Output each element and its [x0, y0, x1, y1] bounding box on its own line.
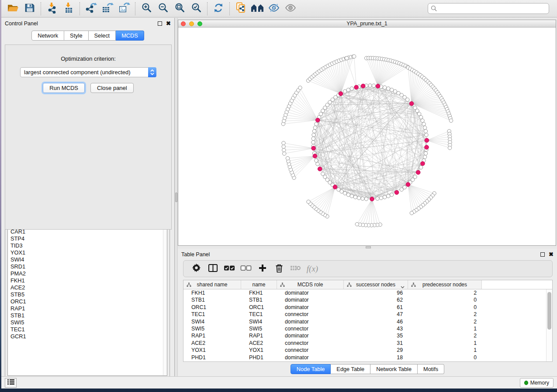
close-panel-icon[interactable]: ✖ [549, 252, 554, 257]
cell-predecessor_nodes: 1 [408, 347, 482, 354]
zoom-in-button[interactable] [138, 2, 155, 16]
tab-network-table[interactable]: Network Table [370, 364, 418, 374]
mcds-result-item[interactable]: TEC1 [10, 326, 167, 333]
import-network-button[interactable] [44, 2, 60, 16]
hierarchy-icon [411, 282, 416, 289]
cell-shared_name: ORC1 [183, 304, 241, 311]
mcds-result-item[interactable]: STP4 [10, 235, 167, 242]
network-canvas[interactable] [178, 28, 556, 245]
delete-column-button[interactable] [271, 262, 287, 275]
split-view-button[interactable] [204, 262, 221, 275]
table-row[interactable]: SWI4SWI4dominator462 [183, 318, 552, 325]
cell-predecessor_nodes: 2 [408, 289, 482, 296]
mcds-result-item[interactable]: SRD1 [10, 263, 167, 270]
search-input[interactable] [428, 3, 549, 14]
node-table: shared namenameMCDS rolesuccessor nodesp… [183, 280, 553, 362]
select-all-button[interactable] [221, 262, 238, 275]
tab-network[interactable]: Network [31, 31, 64, 41]
table-row[interactable]: ACE2ACE2connector311 [183, 340, 552, 347]
zoom-selected-button[interactable] [188, 2, 204, 16]
float-panel-icon[interactable] [540, 252, 545, 257]
export-table-button[interactable] [99, 2, 116, 16]
show-panels-button[interactable] [5, 378, 17, 388]
tab-edge-table[interactable]: Edge Table [331, 364, 370, 374]
network-window-titlebar[interactable]: YPA_prune.txt_1 [178, 20, 556, 28]
run-mcds-button[interactable]: Run MCDS [43, 83, 85, 93]
zoom-out-button[interactable] [155, 2, 171, 16]
tab-motifs[interactable]: Motifs [418, 364, 444, 374]
close-panel-icon[interactable]: ✖ [166, 21, 171, 26]
open-session-button[interactable] [5, 2, 21, 16]
optimization-criterion-select[interactable]: largest connected component (undirected) [20, 67, 156, 77]
list-scrollbar[interactable] [163, 220, 167, 375]
mcds-result-item[interactable]: SWI5 [10, 319, 167, 326]
table-row[interactable]: YOX1YOX1connector291 [183, 347, 552, 354]
mcds-result-item[interactable]: PMA2 [10, 270, 167, 277]
hierarchy-icon [187, 282, 191, 289]
table-row[interactable]: SWI5SWI5connector431 [183, 325, 552, 332]
mcds-result-item[interactable]: RAP1 [10, 305, 167, 312]
cell-shared_name: YOX1 [183, 347, 241, 354]
column-header-predecessor-nodes[interactable]: predecessor nodes [408, 280, 482, 289]
column-header-shared-name[interactable]: shared name [183, 280, 241, 289]
table-row[interactable]: TEC1TEC1connector472 [183, 311, 552, 318]
mcds-result-item[interactable]: STB5 [10, 291, 167, 298]
right-region: YPA_prune.txt_1 Table Panel ✖ [178, 18, 557, 376]
search-icon [431, 5, 437, 14]
close-panel-button[interactable]: Close panel [90, 83, 134, 93]
mcds-result-item[interactable]: GCR1 [10, 333, 167, 340]
mcds-result-item[interactable]: SWI4 [10, 256, 167, 263]
import-table-button[interactable] [60, 2, 77, 16]
cell-name: STB1 [241, 296, 277, 303]
mcds-result-item[interactable]: FKH1 [10, 277, 167, 284]
deselect-all-button[interactable] [238, 262, 254, 275]
mcds-result-item[interactable]: STB1 [10, 312, 167, 319]
add-column-button[interactable] [254, 262, 271, 275]
column-header-filler [482, 280, 552, 289]
tab-select[interactable]: Select [89, 31, 116, 41]
table-scrollbar[interactable] [546, 289, 552, 361]
search-network-button[interactable] [249, 2, 266, 16]
cell-successor_nodes: 29 [344, 347, 408, 354]
export-image-button[interactable] [116, 2, 132, 16]
hide-graphics-details-button[interactable] [266, 2, 282, 16]
column-settings-button[interactable] [188, 262, 204, 275]
table-row[interactable]: ORC1ORC1dominator610 [183, 304, 552, 311]
splitter-grip[interactable] [175, 193, 177, 202]
copy-network-button[interactable] [232, 2, 249, 16]
memory-button[interactable]: Memory [520, 378, 554, 388]
table-row[interactable]: STB1STB1dominator620 [183, 296, 552, 303]
column-header-name[interactable]: name [241, 280, 277, 289]
column-header-successor-nodes[interactable]: successor nodes [344, 280, 408, 289]
show-graphics-details-button[interactable] [282, 2, 299, 16]
mcds-result-item[interactable]: ACE2 [10, 284, 167, 291]
splitter-grip[interactable] [366, 246, 371, 248]
mcds-result-item[interactable]: ORC1 [10, 298, 167, 305]
table-row[interactable]: PHD1PHD1dominator180 [183, 354, 552, 361]
export-network-button[interactable] [83, 2, 99, 16]
cell-mcds_role: connector [277, 325, 344, 332]
table-row[interactable]: RAP1RAP1dominator352 [183, 332, 552, 339]
import-table-icon [63, 2, 74, 15]
eye-icon [284, 3, 297, 15]
status-bar: Memory [1, 376, 557, 389]
mcds-result-item[interactable]: YOX1 [10, 249, 167, 256]
tab-mcds[interactable]: MCDS [116, 31, 144, 41]
cell-name: PHD1 [241, 354, 277, 361]
tab-node-table[interactable]: Node Table [291, 364, 331, 374]
vertical-splitter[interactable] [174, 18, 178, 376]
cell-mcds_role: dominator [277, 289, 344, 296]
mcds-result-item[interactable]: TID3 [10, 242, 167, 249]
mcds-result-list[interactable]: PHD1CAR1STP4TID3YOX1SWI4SRD1PMA2FKH1ACE2… [7, 220, 167, 376]
column-header-MCDS-role[interactable]: MCDS role [277, 280, 344, 289]
save-session-button[interactable] [21, 2, 38, 16]
float-panel-icon[interactable] [158, 21, 162, 26]
function-builder-button[interactable]: f(x) [304, 262, 321, 275]
scrollbar-thumb[interactable] [547, 292, 551, 330]
zoom-fit-button[interactable] [171, 2, 188, 16]
update-view-button[interactable] [210, 2, 227, 16]
tab-style[interactable]: Style [64, 31, 88, 41]
delete-table-button[interactable] [287, 262, 304, 275]
table-row[interactable]: FKH1FKH1dominator962 [183, 289, 552, 296]
horizontal-splitter[interactable] [178, 246, 557, 249]
